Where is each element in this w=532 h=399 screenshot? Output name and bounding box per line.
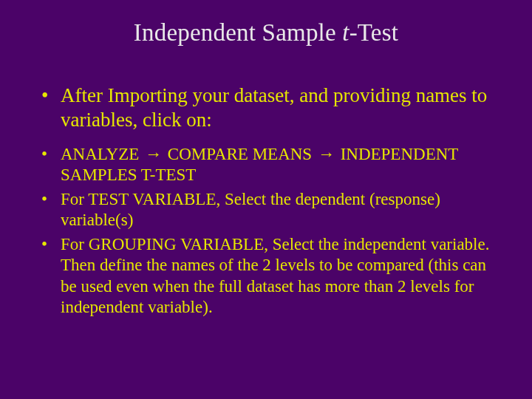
slide-title: Independent Sample t-Test bbox=[37, 19, 495, 47]
arrow-icon: → bbox=[143, 144, 163, 166]
title-post: -Test bbox=[349, 19, 399, 46]
bullet-intro-text: After Importing your dataset, and provid… bbox=[61, 84, 487, 131]
path-analyze: ANALYZE bbox=[61, 145, 143, 163]
bullet-list-outer: After Importing your dataset, and provid… bbox=[37, 83, 495, 132]
path-compare: COMPARE MEANS bbox=[163, 145, 316, 163]
bullet-menu-path: ANALYZE → COMPARE MEANS → INDEPENDENT SA… bbox=[37, 144, 495, 186]
bullet-list-inner: ANALYZE → COMPARE MEANS → INDEPENDENT SA… bbox=[37, 144, 495, 318]
bullet-grouping-variable-text: For GROUPING VARIABLE, Select the indepe… bbox=[61, 235, 489, 317]
bullet-grouping-variable: For GROUPING VARIABLE, Select the indepe… bbox=[37, 234, 495, 318]
arrow-icon: → bbox=[316, 144, 336, 166]
slide: Independent Sample t-Test After Importin… bbox=[0, 0, 532, 399]
title-italic: t bbox=[342, 19, 349, 46]
bullet-test-variable: For TEST VARIABLE, Select the dependent … bbox=[37, 189, 495, 231]
bullet-test-variable-text: For TEST VARIABLE, Select the dependent … bbox=[61, 190, 440, 230]
bullet-intro: After Importing your dataset, and provid… bbox=[37, 83, 495, 132]
title-pre: Independent Sample bbox=[134, 19, 342, 46]
